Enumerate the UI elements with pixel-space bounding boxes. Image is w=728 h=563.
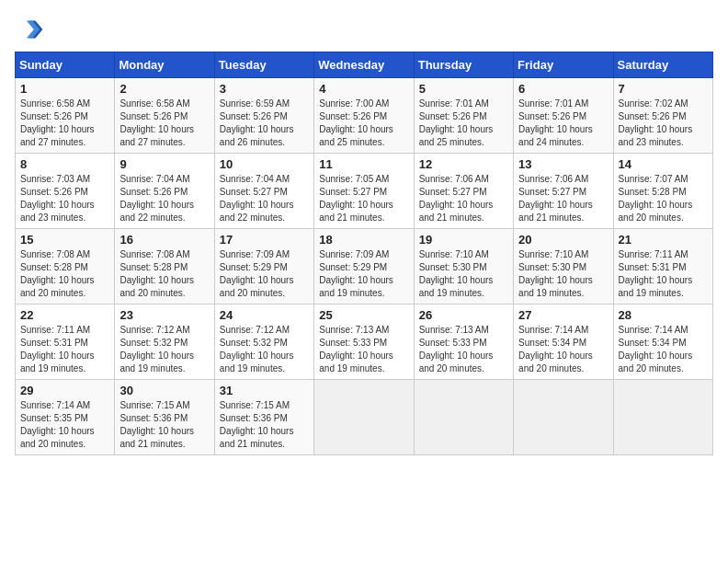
- logo: [15, 15, 48, 44]
- calendar-cell: 8Sunrise: 7:03 AM Sunset: 5:26 PM Daylig…: [16, 154, 115, 229]
- calendar-cell: 21Sunrise: 7:11 AM Sunset: 5:31 PM Dayli…: [613, 229, 712, 304]
- calendar-cell: 5Sunrise: 7:01 AM Sunset: 5:26 PM Daylig…: [414, 78, 513, 154]
- calendar-cell: 7Sunrise: 7:02 AM Sunset: 5:26 PM Daylig…: [613, 78, 712, 154]
- calendar-cell: 13Sunrise: 7:06 AM Sunset: 5:27 PM Dayli…: [514, 154, 613, 229]
- day-number: 19: [419, 233, 508, 247]
- calendar-cell: 24Sunrise: 7:12 AM Sunset: 5:32 PM Dayli…: [214, 304, 313, 380]
- day-number: 31: [220, 384, 309, 397]
- day-info: Sunrise: 7:14 AM Sunset: 5:34 PM Dayligh…: [619, 324, 708, 375]
- day-number: 17: [220, 233, 309, 247]
- day-number: 12: [419, 157, 508, 171]
- calendar-week-row: 8Sunrise: 7:03 AM Sunset: 5:26 PM Daylig…: [16, 154, 713, 229]
- day-info: Sunrise: 7:01 AM Sunset: 5:26 PM Dayligh…: [419, 98, 508, 149]
- day-info: Sunrise: 7:08 AM Sunset: 5:28 PM Dayligh…: [20, 248, 109, 300]
- day-info: Sunrise: 7:12 AM Sunset: 5:32 PM Dayligh…: [220, 324, 309, 375]
- calendar-cell: 26Sunrise: 7:13 AM Sunset: 5:33 PM Dayli…: [414, 304, 513, 380]
- day-info: Sunrise: 7:04 AM Sunset: 5:26 PM Dayligh…: [119, 173, 209, 224]
- day-number: 27: [518, 308, 608, 322]
- day-info: Sunrise: 7:11 AM Sunset: 5:31 PM Dayligh…: [619, 248, 708, 300]
- calendar-cell: 27Sunrise: 7:14 AM Sunset: 5:34 PM Dayli…: [514, 304, 613, 380]
- calendar-cell: 9Sunrise: 7:04 AM Sunset: 5:26 PM Daylig…: [115, 154, 214, 229]
- day-number: 28: [619, 308, 708, 322]
- day-info: Sunrise: 7:02 AM Sunset: 5:26 PM Dayligh…: [619, 98, 708, 149]
- day-info: Sunrise: 7:07 AM Sunset: 5:28 PM Dayligh…: [619, 173, 708, 224]
- calendar-cell: [613, 380, 712, 455]
- day-info: Sunrise: 7:13 AM Sunset: 5:33 PM Dayligh…: [419, 324, 508, 375]
- day-number: 3: [220, 82, 309, 96]
- day-info: Sunrise: 6:58 AM Sunset: 5:26 PM Dayligh…: [119, 98, 209, 149]
- calendar-table: SundayMondayTuesdayWednesdayThursdayFrid…: [15, 52, 713, 455]
- day-number: 15: [20, 233, 109, 247]
- calendar-week-row: 29Sunrise: 7:14 AM Sunset: 5:35 PM Dayli…: [16, 380, 713, 455]
- day-info: Sunrise: 7:14 AM Sunset: 5:34 PM Dayligh…: [518, 324, 608, 375]
- day-info: Sunrise: 7:10 AM Sunset: 5:30 PM Dayligh…: [419, 248, 508, 300]
- svg-marker-1: [27, 20, 40, 38]
- calendar-cell: 31Sunrise: 7:15 AM Sunset: 5:36 PM Dayli…: [214, 380, 313, 455]
- day-info: Sunrise: 7:11 AM Sunset: 5:31 PM Dayligh…: [20, 324, 109, 375]
- column-header-wednesday: Wednesday: [314, 52, 414, 78]
- calendar-header-row: SundayMondayTuesdayWednesdayThursdayFrid…: [16, 52, 713, 78]
- day-number: 13: [518, 157, 608, 171]
- calendar-cell: 28Sunrise: 7:14 AM Sunset: 5:34 PM Dayli…: [613, 304, 712, 380]
- day-number: 18: [319, 233, 408, 247]
- day-number: 1: [20, 82, 109, 96]
- day-info: Sunrise: 7:08 AM Sunset: 5:28 PM Dayligh…: [119, 248, 209, 300]
- day-info: Sunrise: 7:00 AM Sunset: 5:26 PM Dayligh…: [319, 98, 408, 149]
- calendar-week-row: 15Sunrise: 7:08 AM Sunset: 5:28 PM Dayli…: [16, 229, 713, 304]
- calendar-cell: 18Sunrise: 7:09 AM Sunset: 5:29 PM Dayli…: [314, 229, 414, 304]
- day-info: Sunrise: 7:15 AM Sunset: 5:36 PM Dayligh…: [220, 399, 309, 451]
- column-header-saturday: Saturday: [613, 52, 712, 78]
- day-info: Sunrise: 6:59 AM Sunset: 5:26 PM Dayligh…: [220, 98, 309, 149]
- day-info: Sunrise: 7:15 AM Sunset: 5:36 PM Dayligh…: [119, 399, 209, 451]
- day-info: Sunrise: 7:06 AM Sunset: 5:27 PM Dayligh…: [419, 173, 508, 224]
- calendar-cell: 1Sunrise: 6:58 AM Sunset: 5:26 PM Daylig…: [16, 78, 115, 154]
- day-number: 9: [119, 157, 209, 171]
- logo-icon: [15, 15, 44, 44]
- calendar-cell: 3Sunrise: 6:59 AM Sunset: 5:26 PM Daylig…: [214, 78, 313, 154]
- calendar-cell: 11Sunrise: 7:05 AM Sunset: 5:27 PM Dayli…: [314, 154, 414, 229]
- calendar-week-row: 22Sunrise: 7:11 AM Sunset: 5:31 PM Dayli…: [16, 304, 713, 380]
- calendar-cell: 23Sunrise: 7:12 AM Sunset: 5:32 PM Dayli…: [115, 304, 214, 380]
- day-info: Sunrise: 7:10 AM Sunset: 5:30 PM Dayligh…: [518, 248, 608, 300]
- calendar-cell: 4Sunrise: 7:00 AM Sunset: 5:26 PM Daylig…: [314, 78, 414, 154]
- calendar-cell: 19Sunrise: 7:10 AM Sunset: 5:30 PM Dayli…: [414, 229, 513, 304]
- calendar-cell: 30Sunrise: 7:15 AM Sunset: 5:36 PM Dayli…: [115, 380, 214, 455]
- day-number: 16: [119, 233, 209, 247]
- column-header-sunday: Sunday: [16, 52, 115, 78]
- calendar-cell: 2Sunrise: 6:58 AM Sunset: 5:26 PM Daylig…: [115, 78, 214, 154]
- day-number: 8: [20, 157, 109, 171]
- day-number: 6: [518, 82, 608, 96]
- day-number: 7: [619, 82, 708, 96]
- calendar-cell: 14Sunrise: 7:07 AM Sunset: 5:28 PM Dayli…: [613, 154, 712, 229]
- calendar-cell: [514, 380, 613, 455]
- day-number: 14: [619, 157, 708, 171]
- calendar-cell: 12Sunrise: 7:06 AM Sunset: 5:27 PM Dayli…: [414, 154, 513, 229]
- page-header: [15, 15, 713, 44]
- calendar-cell: 16Sunrise: 7:08 AM Sunset: 5:28 PM Dayli…: [115, 229, 214, 304]
- day-number: 11: [319, 157, 408, 171]
- calendar-cell: 25Sunrise: 7:13 AM Sunset: 5:33 PM Dayli…: [314, 304, 414, 380]
- day-number: 2: [119, 82, 209, 96]
- calendar-cell: 6Sunrise: 7:01 AM Sunset: 5:26 PM Daylig…: [514, 78, 613, 154]
- day-number: 21: [619, 233, 708, 247]
- day-info: Sunrise: 7:01 AM Sunset: 5:26 PM Dayligh…: [518, 98, 608, 149]
- day-info: Sunrise: 7:12 AM Sunset: 5:32 PM Dayligh…: [119, 324, 209, 375]
- calendar-cell: 15Sunrise: 7:08 AM Sunset: 5:28 PM Dayli…: [16, 229, 115, 304]
- day-number: 5: [419, 82, 508, 96]
- day-number: 30: [119, 384, 209, 397]
- day-info: Sunrise: 7:04 AM Sunset: 5:27 PM Dayligh…: [220, 173, 309, 224]
- calendar-week-row: 1Sunrise: 6:58 AM Sunset: 5:26 PM Daylig…: [16, 78, 713, 154]
- calendar-cell: 22Sunrise: 7:11 AM Sunset: 5:31 PM Dayli…: [16, 304, 115, 380]
- day-info: Sunrise: 7:06 AM Sunset: 5:27 PM Dayligh…: [518, 173, 608, 224]
- calendar-cell: 29Sunrise: 7:14 AM Sunset: 5:35 PM Dayli…: [16, 380, 115, 455]
- calendar-cell: [414, 380, 513, 455]
- column-header-friday: Friday: [514, 52, 613, 78]
- day-info: Sunrise: 7:13 AM Sunset: 5:33 PM Dayligh…: [319, 324, 408, 375]
- day-number: 25: [319, 308, 408, 322]
- calendar-cell: 17Sunrise: 7:09 AM Sunset: 5:29 PM Dayli…: [214, 229, 313, 304]
- column-header-thursday: Thursday: [414, 52, 513, 78]
- day-info: Sunrise: 7:05 AM Sunset: 5:27 PM Dayligh…: [319, 173, 408, 224]
- day-info: Sunrise: 7:09 AM Sunset: 5:29 PM Dayligh…: [319, 248, 408, 300]
- column-header-monday: Monday: [115, 52, 214, 78]
- day-info: Sunrise: 7:14 AM Sunset: 5:35 PM Dayligh…: [20, 399, 109, 451]
